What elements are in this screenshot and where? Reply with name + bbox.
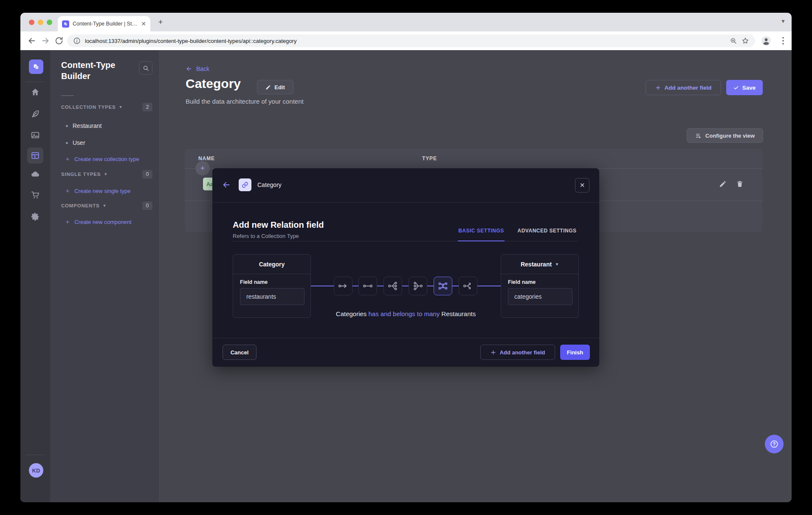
create-single-type-link[interactable]: + Create new single type: [66, 187, 130, 195]
back-link[interactable]: Back: [186, 65, 209, 72]
new-tab-button[interactable]: +: [156, 18, 165, 26]
tab-advanced-settings[interactable]: ADVANCED SETTINGS: [515, 228, 579, 234]
create-collection-type-link[interactable]: + Create new collection type: [66, 155, 139, 163]
create-label: Create new component: [74, 219, 131, 225]
modal-subheading: Refers to a Collection Type: [233, 233, 299, 239]
rail-divider: [25, 82, 45, 82]
relation-link-icon: [239, 178, 251, 191]
minimize-window-button[interactable]: [38, 20, 43, 25]
add-relation-field-modal: Category ✕ Add new Relation field Refers…: [212, 168, 599, 367]
url-bar[interactable]: localhost:1337/admin/plugins/content-typ…: [67, 34, 755, 47]
plus-icon: +: [66, 218, 69, 225]
plus-icon: +: [66, 156, 69, 162]
content-type-builder-nav-item[interactable]: [27, 147, 43, 164]
modal-divider: [212, 202, 599, 203]
url-text[interactable]: localhost:1337/admin/plugins/content-typ…: [85, 38, 725, 44]
plus-circle-icon[interactable]: +: [195, 161, 210, 175]
relation-verb-label: has and belongs to many: [369, 310, 440, 317]
strapi-favicon-icon: [62, 20, 69, 28]
bookmark-star-icon[interactable]: [742, 37, 749, 45]
target-field-name-input[interactable]: [508, 288, 572, 305]
relation-target-label: Restaurants: [441, 310, 476, 317]
source-type-title: Category: [233, 255, 310, 274]
relation-many-way-button[interactable]: [459, 277, 477, 295]
table-header: NAME TYPE: [185, 149, 762, 168]
profile-avatar-icon[interactable]: [761, 36, 771, 46]
tab-basic-settings[interactable]: BASIC SETTINGS: [458, 228, 505, 234]
field-name-label: Field name: [508, 279, 578, 285]
relation-many-to-one-button[interactable]: [409, 277, 427, 295]
section-single-types[interactable]: SINGLE TYPES ▼ 0: [61, 170, 152, 178]
item-label: User: [73, 139, 85, 146]
modal-footer-divider: [212, 338, 599, 338]
marketplace-cart-icon[interactable]: [31, 190, 40, 200]
content-type-builder-panel: Content-Type Builder COLLECTION TYPES ▼ …: [50, 50, 160, 502]
panel-title: Content-Type Builder: [61, 59, 133, 82]
media-library-icon[interactable]: [31, 130, 40, 140]
help-button[interactable]: [765, 435, 784, 453]
relation-one-to-many-button[interactable]: [383, 277, 402, 295]
relation-one-to-one-button[interactable]: [358, 277, 377, 295]
target-type-select[interactable]: Restaurant ▼: [501, 255, 578, 274]
bullet-icon: [66, 142, 68, 144]
plus-icon: [655, 85, 661, 91]
target-type-title: Restaurant: [521, 261, 552, 268]
section-components[interactable]: COMPONENTS ▼ 0: [61, 201, 152, 210]
back-nav-icon[interactable]: [27, 36, 37, 45]
zoom-window-button[interactable]: [47, 20, 52, 25]
pencil-icon: [265, 85, 271, 90]
strapi-logo[interactable]: [29, 59, 43, 74]
tab-search-chevron-icon[interactable]: ▼: [781, 18, 786, 24]
target-type-card: Restaurant ▼ Field name: [501, 254, 579, 318]
zoom-page-icon[interactable]: [730, 37, 737, 45]
close-window-button[interactable]: [29, 20, 34, 25]
section-count-badge: 0: [142, 201, 152, 210]
browser-window: Content-Type Builder | Strapi ✕ + ▼ loca…: [20, 13, 792, 502]
tabs-divider: [233, 241, 579, 241]
add-another-field-modal-button[interactable]: Add another field: [480, 345, 555, 360]
section-label: SINGLE TYPES: [61, 172, 101, 177]
configure-view-button[interactable]: Configure the view: [687, 128, 763, 143]
reload-icon[interactable]: [54, 36, 64, 45]
relation-many-to-many-button[interactable]: [434, 277, 452, 295]
edit-button[interactable]: Edit: [257, 80, 293, 94]
column-type: TYPE: [422, 156, 437, 161]
create-component-link[interactable]: + Create new component: [66, 218, 132, 226]
delete-row-trash-icon[interactable]: [736, 180, 744, 188]
plus-icon: +: [66, 187, 69, 194]
tab-close-icon[interactable]: ✕: [141, 20, 146, 27]
create-label: Create new collection type: [74, 156, 139, 162]
source-type-card: Category Field name: [233, 254, 311, 318]
sidebar-item-restaurant[interactable]: Restaurant: [66, 122, 102, 130]
user-avatar[interactable]: KD: [29, 463, 43, 478]
browser-menu-icon[interactable]: [778, 36, 788, 46]
deploy-cloud-icon[interactable]: [31, 170, 40, 179]
browser-tab[interactable]: Content-Type Builder | Strapi ✕: [58, 16, 150, 31]
search-button[interactable]: [139, 61, 152, 75]
finish-button[interactable]: Finish: [560, 345, 590, 360]
field-name-label: Field name: [240, 279, 310, 285]
relation-source-label: Categories: [336, 310, 367, 317]
modal-back-arrow-icon[interactable]: [222, 180, 231, 190]
cancel-button[interactable]: Cancel: [223, 345, 257, 360]
settings-gear-icon[interactable]: [31, 212, 40, 221]
column-name: NAME: [198, 156, 215, 161]
save-button[interactable]: Save: [726, 80, 763, 95]
close-icon[interactable]: ✕: [575, 178, 589, 192]
nav-rail: KD: [20, 50, 50, 502]
browser-tab-bar: Content-Type Builder | Strapi ✕ + ▼: [20, 13, 792, 31]
add-another-field-header-button[interactable]: Add another field: [646, 80, 721, 95]
section-count-badge: 2: [142, 103, 152, 111]
relation-one-way-button[interactable]: [334, 277, 352, 295]
sidebar-item-user[interactable]: User: [66, 139, 85, 147]
back-label: Back: [196, 65, 209, 72]
forward-nav-icon[interactable]: [41, 36, 50, 45]
content-manager-feather-icon[interactable]: [31, 109, 40, 119]
home-icon[interactable]: [31, 88, 40, 97]
edit-row-pencil-icon[interactable]: [719, 180, 727, 188]
add-field-label: Add another field: [665, 85, 712, 91]
site-info-icon[interactable]: [73, 37, 81, 45]
section-collection-types[interactable]: COLLECTION TYPES ▼ 2: [61, 103, 152, 111]
modal-header: Category ✕: [212, 168, 599, 202]
source-field-name-input[interactable]: [240, 288, 304, 305]
